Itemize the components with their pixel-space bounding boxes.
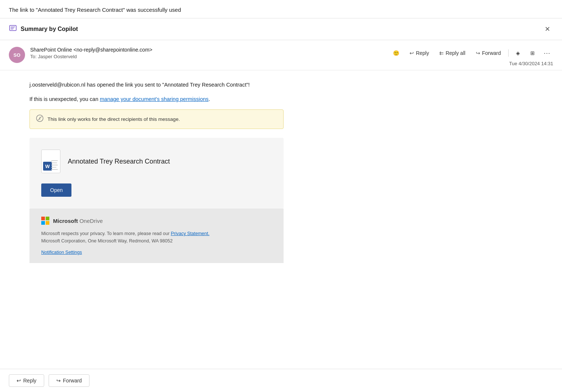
forward-button[interactable]: ↪ Forward [471, 48, 505, 58]
grid-icon: ⊞ [530, 50, 535, 56]
footer-privacy-text: Microsoft respects your privacy. To lear… [41, 230, 272, 245]
close-button[interactable]: ✕ [542, 24, 553, 35]
ms-logo-row: Microsoft OneDrive [41, 217, 272, 225]
email-subject: The link to "Annotated Trey Research Con… [0, 0, 562, 18]
immersive-icon: ◈ [516, 50, 520, 56]
view-button[interactable]: ⊞ [526, 48, 539, 58]
privacy-statement-link[interactable]: Privacy Statement. [171, 231, 210, 236]
footer-card: Microsoft OneDrive Microsoft respects yo… [29, 209, 284, 263]
warning-box: This link only works for the direct reci… [29, 109, 284, 129]
copilot-title: Summary by Copilot [21, 26, 78, 32]
document-name: Annotated Trey Research Contract [68, 158, 170, 165]
copilot-bar: Summary by Copilot ✕ [0, 18, 562, 40]
svg-point-5 [39, 117, 40, 118]
reply-button[interactable]: ↩ Reply [405, 48, 433, 58]
action-divider [508, 49, 509, 57]
reply-icon: ↩ [410, 50, 414, 56]
warning-icon [36, 114, 44, 124]
avatar: SO [9, 47, 25, 63]
body-paragraph2: If this is unexpected, you can manage yo… [29, 95, 396, 104]
body-paragraph1: j.oosterveld@rubicon.nl has opened the l… [29, 81, 396, 89]
sharing-permissions-link[interactable]: manage your document's sharing permissio… [100, 96, 208, 102]
emoji-icon: 🙂 [393, 50, 399, 56]
reply-all-button[interactable]: ⇇ Reply all [435, 48, 470, 58]
copilot-icon [9, 24, 17, 34]
bottom-reply-icon: ↩ [17, 378, 21, 384]
bottom-forward-button[interactable]: ↪ Forward [49, 374, 89, 387]
word-document-icon: W [41, 150, 60, 173]
doc-lines [51, 160, 58, 170]
open-document-button[interactable]: Open [41, 183, 71, 197]
react-button[interactable]: 🙂 [389, 48, 404, 58]
microsoft-logo-icon [41, 217, 49, 225]
warning-text: This link only works for the direct reci… [48, 116, 180, 122]
reply-all-icon: ⇇ [439, 50, 444, 56]
more-actions-button[interactable]: ⋯ [541, 47, 553, 59]
email-actions: 🙂 ↩ Reply ⇇ Reply all ↪ Forward ◈ ⊞ ⋯ [389, 47, 553, 59]
forward-icon: ↪ [476, 50, 480, 56]
bottom-forward-icon: ↪ [56, 378, 61, 384]
bottom-action-bar: ↩ Reply ↪ Forward [0, 369, 562, 392]
immersive-reader-button[interactable]: ◈ [512, 48, 524, 58]
word-badge: W [43, 162, 52, 171]
document-card: W Annotated Trey Research Contract Open [29, 138, 284, 209]
sender-name: SharePoint Online <no-reply@sharepointon… [30, 47, 152, 53]
email-timestamp: Tue 4/30/2024 14:31 [509, 61, 553, 66]
ms-brand: Microsoft OneDrive [53, 218, 103, 224]
notification-settings-link[interactable]: Notification Settings [41, 250, 82, 255]
bottom-reply-button[interactable]: ↩ Reply [9, 374, 44, 387]
sender-to: To: Jasper Oosterveld [30, 54, 152, 59]
email-header: SO SharePoint Online <no-reply@sharepoin… [0, 40, 562, 70]
email-body: j.oosterveld@rubicon.nl has opened the l… [0, 70, 405, 273]
